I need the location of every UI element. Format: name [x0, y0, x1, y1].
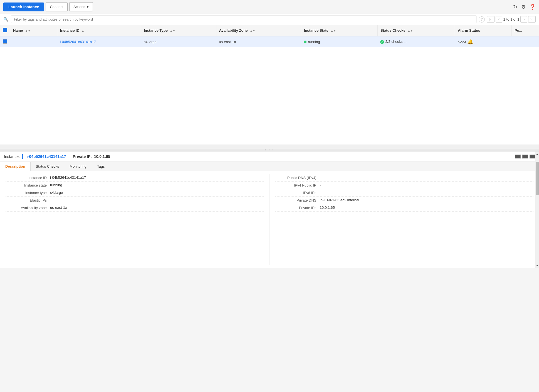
search-help-icon[interactable]: ? — [479, 16, 485, 23]
desc-value: 10.0.1.65 — [320, 205, 335, 210]
tab-tags[interactable]: Tags — [92, 162, 110, 171]
empty-area — [0, 47, 539, 145]
desc-row: Public DNS (IPv4) - — [275, 174, 534, 182]
panel-resize-icons — [515, 155, 535, 158]
row-instance-state: running — [301, 36, 377, 47]
desc-label: Public DNS (IPv4) — [275, 175, 320, 180]
actions-label: Actions — [73, 5, 85, 9]
sort-icon-name: ▲▼ — [25, 29, 31, 32]
alarm-bell-icon[interactable]: 🔔 — [467, 39, 473, 44]
search-input[interactable] — [11, 16, 476, 23]
col-instance-state[interactable]: Instance State ▲▼ — [301, 25, 377, 36]
chevron-down-icon: ▾ — [87, 5, 89, 9]
pagination-last-button[interactable]: >| — [528, 16, 536, 23]
connect-button[interactable]: Connect — [46, 2, 67, 11]
row-instance-type: c4.large — [141, 36, 216, 47]
row-checkbox-cell[interactable] — [0, 36, 10, 47]
panel-minimize-icon[interactable] — [515, 155, 521, 158]
col-status-checks[interactable]: Status Checks ▲▼ — [377, 25, 455, 36]
pagination: |< < 1 to 1 of 1 > >| — [487, 16, 536, 23]
col-instance-id[interactable]: Instance ID ▲ — [57, 25, 141, 36]
resize-handle[interactable]: • • • — [0, 149, 539, 151]
desc-label: IPv6 IPs — [275, 190, 320, 195]
desc-row: Instance state running — [6, 182, 264, 189]
instances-table-container: Name ▲▼ Instance ID ▲ Instance Type ▲▼ A… — [0, 25, 539, 145]
description-content: Instance ID i-04b52641c43141a17 Instance… — [0, 171, 539, 268]
col-instance-type[interactable]: Instance Type ▲▼ — [141, 25, 216, 36]
panel-restore-icon[interactable] — [522, 155, 528, 158]
pagination-next-button[interactable]: > — [520, 16, 527, 23]
desc-value: us-east-1a — [50, 205, 67, 210]
select-all-header[interactable] — [0, 25, 10, 36]
col-alarm-status[interactable]: Alarm Status — [455, 25, 512, 36]
pagination-first-button[interactable]: |< — [487, 16, 495, 23]
search-icon: 🔍 — [3, 17, 9, 22]
row-checkbox[interactable] — [3, 39, 7, 44]
desc-row: Availability zone us-east-1a — [6, 204, 264, 212]
pagination-text: 1 to 1 of 1 — [503, 17, 520, 21]
refresh-icon[interactable]: ↻ — [513, 4, 517, 10]
horizontal-scrollbar[interactable] — [0, 145, 539, 149]
settings-icon[interactable]: ⚙ — [521, 4, 526, 10]
sort-icon-instance-type: ▲▼ — [170, 29, 175, 32]
col-availability-zone[interactable]: Availability Zone ▲▼ — [216, 25, 301, 36]
pagination-prev-button[interactable]: < — [496, 16, 502, 23]
desc-left-column: Instance ID i-04b52641c43141a17 Instance… — [0, 174, 270, 265]
scrollbar-thumb[interactable] — [536, 162, 539, 195]
scrollbar-up-arrow[interactable]: ▲ — [535, 152, 539, 156]
row-name — [10, 36, 57, 47]
desc-row: Private IPs 10.0.1.65 — [275, 204, 534, 212]
panel-maximize-icon[interactable] — [530, 155, 535, 158]
select-all-checkbox[interactable] — [3, 28, 7, 32]
table-row[interactable]: i-04b52641c43141a17 c4.large us-east-1a … — [0, 36, 539, 47]
status-check-icon: ✓ — [380, 40, 384, 44]
detail-instance-label: Instance: — [4, 154, 20, 159]
sort-icon-az: ▲▼ — [250, 29, 255, 32]
desc-label: IPv4 Public IP — [275, 183, 320, 187]
desc-label: Availability zone — [6, 205, 50, 210]
desc-value: - — [320, 175, 321, 180]
tab-status-checks[interactable]: Status Checks — [31, 162, 65, 171]
row-availability-zone: us-east-1a — [216, 36, 301, 47]
detail-instance-id[interactable]: i-04b52641c43141a17 — [27, 154, 66, 159]
desc-value: running — [50, 183, 62, 187]
row-status-checks: ✓2/2 checks ... — [377, 36, 455, 47]
actions-button[interactable]: Actions ▾ — [69, 2, 93, 11]
desc-value: ip-10-0-1-65.ec2.internal — [320, 198, 359, 202]
desc-label: Private DNS — [275, 198, 320, 202]
col-public: Pu... — [512, 25, 539, 36]
desc-row: IPv6 IPs - — [275, 189, 534, 197]
desc-label: Instance state — [6, 183, 50, 187]
desc-label: Instance ID — [6, 175, 50, 180]
desc-row: IPv4 Public IP - — [275, 182, 534, 189]
detail-panel: Instance: i-04b52641c43141a17 Private IP… — [0, 151, 539, 268]
tab-monitoring[interactable]: Monitoring — [64, 162, 92, 171]
sort-icon-status: ▲▼ — [407, 29, 413, 32]
scrollbar-down-arrow[interactable]: ▼ — [535, 263, 539, 268]
tab-description[interactable]: Description — [0, 162, 31, 171]
detail-tabs: DescriptionStatus ChecksMonitoringTags — [0, 162, 539, 171]
state-indicator-icon — [304, 41, 306, 43]
desc-label: Instance type — [6, 190, 50, 195]
help-icon[interactable]: ❓ — [530, 4, 536, 10]
row-alarm-status: None 🔔 — [455, 36, 512, 47]
desc-label: Private IPs — [275, 205, 320, 210]
toolbar-icons: ↻ ⚙ ❓ — [513, 4, 536, 10]
col-name[interactable]: Name ▲▼ — [10, 25, 57, 36]
row-instance-id[interactable]: i-04b52641c43141a17 — [57, 36, 141, 47]
sort-icon-state: ▲▼ — [330, 29, 336, 32]
desc-value: - — [320, 190, 321, 195]
table-header-row: Name ▲▼ Instance ID ▲ Instance Type ▲▼ A… — [0, 25, 539, 36]
desc-value: c4.large — [50, 190, 63, 195]
private-ip-label: Private IP: — [73, 154, 92, 159]
sort-icon-instance-id: ▲ — [81, 29, 84, 32]
launch-instance-button[interactable]: Launch Instance — [3, 3, 44, 11]
instances-table: Name ▲▼ Instance ID ▲ Instance Type ▲▼ A… — [0, 25, 539, 47]
detail-scrollbar[interactable]: ▲ ▼ — [535, 152, 539, 268]
toolbar: Launch Instance Connect Actions ▾ ↻ ⚙ ❓ — [0, 0, 539, 14]
desc-label: Elastic IPs — [6, 198, 50, 202]
desc-right-column: Public DNS (IPv4) - IPv4 Public IP - IPv… — [270, 174, 539, 265]
row-public — [512, 36, 539, 47]
private-ip-value: 10.0.1.65 — [94, 154, 110, 159]
instance-indicator-icon — [22, 154, 23, 159]
